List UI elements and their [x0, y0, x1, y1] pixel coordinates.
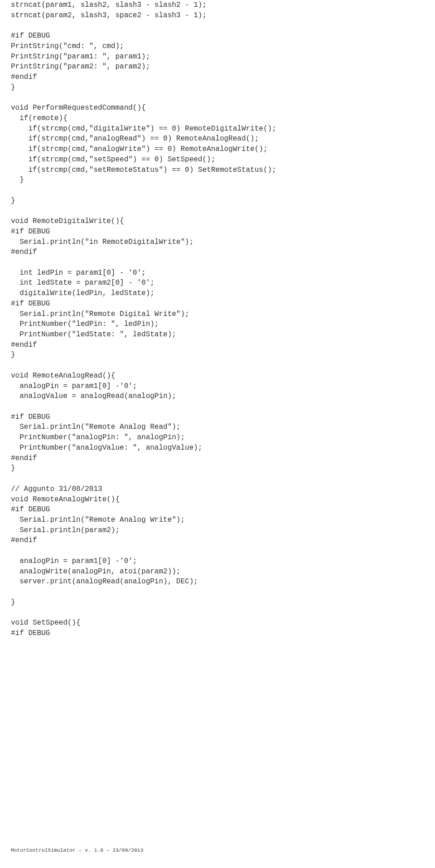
footer-text: MotorControlSimulator – v. 1.0 – 23/09/2…	[11, 847, 143, 854]
document-page: strncat(param1, slash2, slash3 - slash2 …	[0, 0, 435, 859]
code-listing: strncat(param1, slash2, slash3 - slash2 …	[11, 0, 424, 639]
